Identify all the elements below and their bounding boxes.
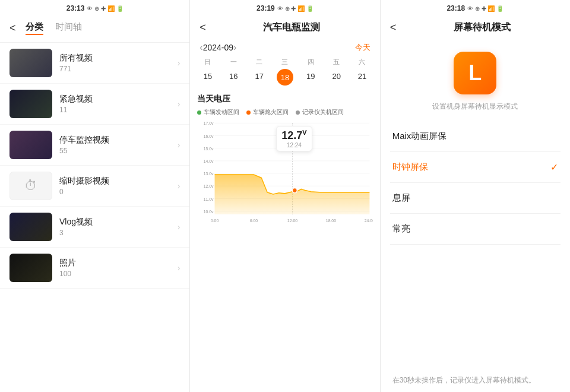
- mode-label-always-on: 常亮: [392, 223, 410, 235]
- cal-day-18-today[interactable]: 18: [277, 69, 293, 86]
- legend-engine-on: 车辆发动区间: [197, 108, 239, 116]
- voltage-tooltip: 12.7V 12:24: [276, 126, 312, 151]
- app-icon: L: [454, 52, 496, 94]
- cal-day-20[interactable]: 20: [324, 69, 349, 86]
- video-title: 缩时摄影视频: [59, 176, 178, 186]
- tab-categories[interactable]: 分类: [26, 21, 43, 35]
- thumb-photos: [10, 254, 52, 282]
- cal-day-15[interactable]: 15: [195, 69, 220, 86]
- svg-text:0:00: 0:00: [211, 218, 218, 223]
- legend-engine-off: 车辆熄火区间: [246, 108, 289, 116]
- chart-title: 当天电压: [197, 94, 372, 105]
- svg-point-22: [293, 188, 297, 192]
- status-icons-1: 👁 ⊕ ✚ 📶 🔋: [87, 5, 123, 12]
- weekday-thu: 四: [298, 58, 324, 67]
- cal-day-19[interactable]: 19: [298, 69, 324, 86]
- time-2: 23:19: [256, 4, 275, 12]
- svg-text:14.0v: 14.0v: [204, 159, 214, 164]
- svg-text:12.0v: 12.0v: [204, 184, 214, 189]
- mode-hint: 在30秒未操作后，记录仪进入屏幕待机模式。: [381, 369, 570, 392]
- voltage-value: 12.7V: [281, 129, 306, 142]
- panel-video-list: 23:13 👁 ⊕ ✚ 📶 🔋 < 分类 时间轴 所有视频 771 › 紧急视频…: [0, 0, 190, 392]
- thumb-all-videos: [10, 49, 52, 77]
- legend-dot-orange: [246, 110, 251, 115]
- thumb-timelapse: ⏱: [10, 172, 52, 200]
- weekday-sat: 六: [349, 58, 375, 67]
- list-item[interactable]: 停车监控视频 55 ›: [0, 125, 189, 166]
- svg-text:10.0v: 10.0v: [204, 209, 214, 214]
- back-button-2[interactable]: <: [200, 21, 206, 34]
- status-icons-3: 👁 ⊕ ✚ 📶 🔋: [467, 5, 504, 12]
- list-item[interactable]: 紧急视频 11 ›: [0, 84, 189, 125]
- video-title: 照片: [59, 258, 178, 268]
- tab-timeline[interactable]: 时间轴: [55, 21, 82, 35]
- video-info: 缩时摄影视频 0: [59, 176, 178, 196]
- legend-label-3: 记录仪关机区间: [302, 108, 344, 116]
- video-count: 11: [59, 106, 178, 114]
- calendar-days: 15 16 17 18 19 20 21: [190, 69, 379, 89]
- cal-day-17[interactable]: 17: [246, 69, 272, 86]
- mode-item-always-on[interactable]: 常亮: [390, 214, 560, 245]
- weekday-tue: 二: [246, 58, 272, 67]
- video-title: Vlog视频: [59, 217, 178, 227]
- video-info: Vlog视频 3: [59, 217, 178, 237]
- svg-text:12:00: 12:00: [287, 218, 297, 223]
- svg-text:18:00: 18:00: [326, 218, 336, 223]
- calendar-nav: ‹ 2024-09 › 今天: [190, 40, 379, 58]
- current-month: 2024-09: [203, 43, 233, 52]
- status-bar-3: 23:18 👁 ⊕ ✚ 📶 🔋: [381, 0, 570, 17]
- svg-text:13.0v: 13.0v: [204, 172, 214, 176]
- video-count: 771: [59, 65, 178, 73]
- app-icon-letter: L: [468, 61, 482, 86]
- chevron-icon: ›: [178, 99, 180, 109]
- p1-tabs: 分类 时间轴: [26, 21, 82, 35]
- video-list: 所有视频 771 › 紧急视频 11 › 停车监控视频 55 ›: [0, 43, 189, 392]
- chevron-icon: ›: [178, 181, 180, 191]
- chevron-icon: ›: [178, 263, 180, 273]
- today-button[interactable]: 今天: [355, 42, 370, 53]
- list-item[interactable]: Vlog视频 3 ›: [0, 207, 189, 248]
- video-count: 100: [59, 270, 178, 278]
- list-item[interactable]: 照片 100 ›: [0, 248, 189, 289]
- panel-screen-mode: 23:18 👁 ⊕ ✚ 📶 🔋 < 屏幕待机模式 L 设置机身屏幕待机显示模式 …: [381, 0, 570, 392]
- panel-battery-monitor: 23:19 👁 ⊕ ✚ 📶 🔋 < 汽车电瓶监测 ‹ 2024-09 › 今天 …: [190, 0, 380, 392]
- chevron-icon: ›: [178, 58, 180, 68]
- time-3: 23:18: [446, 4, 465, 12]
- next-month-button[interactable]: ›: [233, 42, 236, 53]
- svg-text:11.0v: 11.0v: [204, 197, 214, 201]
- mode-item-maix[interactable]: Maix动画屏保: [390, 121, 560, 152]
- cal-day-16[interactable]: 16: [221, 69, 246, 86]
- weekday-sun: 日: [195, 58, 220, 67]
- list-item[interactable]: ⏱ 缩时摄影视频 0 ›: [0, 166, 189, 207]
- mode-item-sleep[interactable]: 息屏: [390, 183, 560, 214]
- back-button-3[interactable]: <: [390, 21, 397, 34]
- weekday-wed: 三: [272, 58, 297, 67]
- thumb-parking: [10, 131, 52, 159]
- time-1: 23:13: [66, 4, 85, 12]
- back-button-1[interactable]: <: [10, 22, 16, 34]
- video-count: 0: [59, 188, 178, 196]
- legend-recorder-off: 记录仪关机区间: [296, 108, 344, 116]
- chart-container: 17.0v 16.0v 15.0v 14.0v 13.0v 12.0v 11.0…: [197, 120, 372, 239]
- legend-label-2: 车辆熄火区间: [253, 108, 289, 116]
- mode-item-clock[interactable]: 时钟屏保 ✓: [390, 152, 560, 183]
- chart-legend: 车辆发动区间 车辆熄火区间 记录仪关机区间: [197, 108, 372, 116]
- voltage-time: 12:24: [281, 142, 306, 148]
- status-icons-2: 👁 ⊕ ✚ 📶 🔋: [277, 5, 314, 12]
- p3-title: 屏幕待机模式: [403, 21, 560, 34]
- list-item[interactable]: 所有视频 771 ›: [0, 43, 189, 84]
- app-subtitle: 设置机身屏幕待机显示模式: [432, 102, 518, 112]
- weekdays-row: 日 一 二 三 四 五 六: [190, 58, 379, 69]
- cal-day-21[interactable]: 21: [349, 69, 375, 86]
- video-info: 照片 100: [59, 258, 178, 278]
- svg-text:24:00: 24:00: [365, 218, 373, 223]
- video-info: 紧急视频 11: [59, 94, 178, 114]
- mode-label-maix: Maix动画屏保: [392, 131, 447, 142]
- svg-text:15.0v: 15.0v: [204, 147, 214, 151]
- check-icon: ✓: [550, 162, 558, 173]
- mode-list: Maix动画屏保 时钟屏保 ✓ 息屏 常亮: [381, 121, 570, 369]
- chart-section: 当天电压 车辆发动区间 车辆熄火区间 记录仪关机区间: [190, 89, 379, 392]
- video-count: 55: [59, 147, 178, 155]
- status-bar-1: 23:13 👁 ⊕ ✚ 📶 🔋: [0, 0, 189, 17]
- video-title: 紧急视频: [59, 94, 178, 105]
